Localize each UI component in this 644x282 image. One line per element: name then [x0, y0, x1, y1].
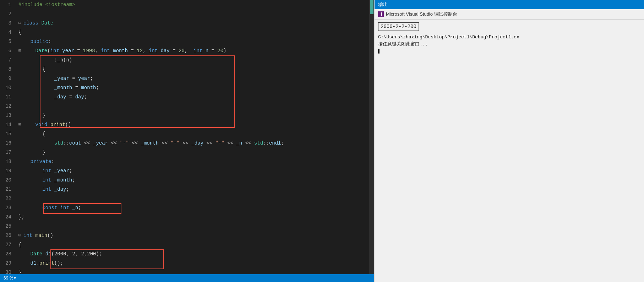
line-number: 12 — [0, 102, 15, 111]
token-op: . — [36, 259, 39, 268]
scrollbar-thumb[interactable] — [370, 0, 373, 14]
token-kw: int — [101, 46, 113, 55]
output-subheader: ▐ Microsoft Visual Studio 调试控制台 — [375, 9, 644, 20]
token-op: << — [108, 139, 120, 148]
code-line: { — [18, 28, 369, 37]
token-normal — [23, 120, 36, 129]
token-op: << — [242, 139, 254, 148]
token-punct: { — [18, 240, 21, 249]
token-kw: int — [42, 166, 54, 175]
token-kw: const — [42, 203, 60, 212]
token-normal — [18, 175, 42, 185]
code-line: { — [18, 240, 369, 249]
code-line: _year = year; — [18, 74, 369, 83]
token-punct: } — [42, 148, 45, 157]
scrollbar[interactable] — [369, 0, 374, 282]
token-var: month — [81, 83, 96, 92]
token-normal — [18, 166, 42, 175]
line-number: 6 — [0, 46, 15, 55]
collapse-icon[interactable]: ⊟ — [18, 120, 23, 129]
token-kw: int — [50, 46, 62, 55]
token-punct: ; — [96, 83, 99, 92]
output-subheader-label: Microsoft Visual Studio 调试控制台 — [386, 11, 457, 17]
token-comment: #include <iostream> — [18, 0, 75, 9]
code-line: public: — [18, 37, 369, 46]
token-normal: (2000, 2, 2,200); — [51, 249, 102, 259]
collapse-icon[interactable]: ⊟ — [18, 231, 23, 240]
code-editor: 1234567891011121314151617181920212223242… — [0, 0, 374, 282]
output-body: C:\Users\zhaxing\Desktop\Project1\Debug\… — [375, 32, 644, 56]
line-number: 24 — [0, 212, 15, 222]
token-op: :: — [63, 139, 69, 148]
token-var: d1 — [31, 259, 37, 268]
output-panel: 输出 ▐ Microsoft Visual Studio 调试控制台 2000-… — [374, 0, 644, 282]
token-var: year — [62, 46, 74, 55]
token-op: = — [128, 46, 137, 55]
token-punct: ; — [78, 203, 81, 212]
token-var: cout — [69, 139, 81, 148]
code-line: }; — [18, 212, 369, 222]
token-kw: private — [31, 157, 51, 166]
token-kw: class — [23, 18, 41, 28]
collapse-icon[interactable]: ⊟ — [18, 18, 23, 28]
token-str: "-" — [171, 139, 180, 148]
line-number: 8 — [0, 65, 15, 74]
token-type: Date — [31, 249, 45, 259]
line-number: 11 — [0, 92, 15, 102]
code-line: { — [18, 65, 369, 74]
token-fn: print — [50, 120, 65, 129]
zoom-control[interactable]: 69 % ▾ — [4, 276, 16, 281]
line-number: 13 — [0, 111, 15, 120]
code-line: { — [18, 129, 369, 139]
token-type: Date — [36, 46, 48, 55]
code-line: std::cout << _year << "-" << _month << "… — [18, 139, 369, 148]
line-number: 28 — [0, 249, 15, 259]
token-var: _month — [54, 83, 72, 92]
token-num: 20 — [179, 46, 185, 55]
line-number: 7 — [0, 55, 15, 65]
token-punct: ) — [223, 46, 226, 55]
token-type: std — [254, 139, 263, 148]
line-number: 10 — [0, 83, 15, 92]
code-line: } — [18, 148, 369, 157]
token-punct: : — [51, 157, 54, 166]
token-var: _day — [191, 139, 203, 148]
code-line: _month = month; — [18, 83, 369, 92]
line-number: 18 — [0, 157, 15, 166]
token-var: _n — [236, 139, 242, 148]
token-punct: , — [95, 46, 101, 55]
token-op: = — [69, 74, 78, 83]
code-line: int _month; — [18, 175, 369, 185]
token-op: << — [224, 139, 236, 148]
vs-icon: ▐ — [378, 11, 384, 17]
line-number: 19 — [0, 166, 15, 175]
token-str: "-" — [215, 139, 224, 148]
line-number: 9 — [0, 74, 15, 83]
code-line: int _year; — [18, 166, 369, 175]
collapse-icon[interactable]: ⊟ — [18, 46, 23, 55]
line-numbers: 1234567891011121314151617181920212223242… — [0, 0, 18, 282]
token-normal — [18, 249, 31, 259]
token-punct: , — [185, 46, 193, 55]
code-lines: #include <iostream> ⊟class Date{ public:… — [18, 0, 369, 282]
code-line: :_n(n) — [18, 55, 369, 65]
token-op: = — [66, 92, 75, 102]
token-op: << — [159, 139, 171, 148]
token-punct: ; — [90, 74, 93, 83]
line-number: 15 — [0, 129, 15, 139]
token-var: _month — [141, 139, 159, 148]
token-var: _year — [54, 74, 69, 83]
token-op: << — [129, 139, 141, 148]
code-line: ⊟ Date(int year = 1998, int month = 12, … — [18, 46, 369, 55]
token-punct: ; — [281, 139, 284, 148]
token-var: _n — [72, 203, 78, 212]
token-var: _day — [54, 92, 66, 102]
code-line — [18, 222, 369, 231]
token-var: endl — [269, 139, 281, 148]
line-number: 29 — [0, 259, 15, 268]
code-line: #include <iostream> — [18, 0, 369, 9]
token-normal — [23, 46, 36, 55]
token-normal — [18, 55, 54, 65]
token-normal — [18, 111, 42, 120]
token-normal — [18, 157, 31, 166]
